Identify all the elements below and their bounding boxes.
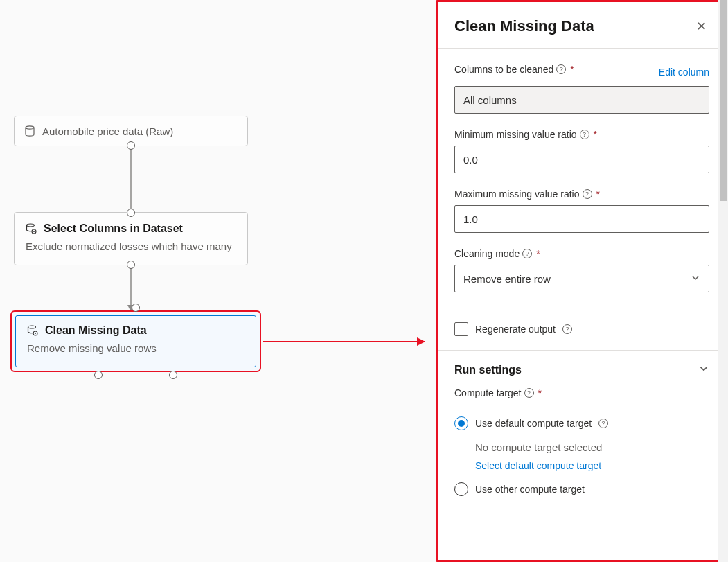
info-icon[interactable]: ?: [583, 189, 592, 199]
edit-column-link[interactable]: Edit column: [659, 67, 709, 78]
min-ratio-value: 0.0: [463, 154, 478, 166]
node-label: Automobile price data (Raw): [42, 125, 173, 137]
info-icon[interactable]: ?: [522, 249, 532, 258]
svg-point-4: [28, 326, 36, 328]
output-port[interactable]: [127, 141, 135, 150]
max-ratio-input[interactable]: 1.0: [454, 205, 709, 233]
cleaning-mode-value: Remove entire row: [463, 273, 551, 285]
run-settings-header[interactable]: Run settings: [438, 351, 726, 380]
required-indicator: *: [538, 387, 542, 398]
section-title: Run settings: [454, 364, 522, 376]
node-title-row: Clean Missing Data: [27, 324, 245, 337]
close-button[interactable]: ✕: [693, 18, 709, 35]
field-label: Minimum missing value ratio: [454, 129, 577, 140]
no-compute-text: No compute target selected: [475, 441, 602, 453]
chevron-down-icon: [698, 363, 709, 376]
gear-database-icon: [26, 223, 37, 234]
close-icon: ✕: [696, 19, 707, 34]
radio-button[interactable]: [454, 416, 468, 430]
columns-value: All columns: [463, 94, 517, 106]
info-icon[interactable]: ?: [580, 130, 589, 139]
columns-input[interactable]: All columns: [454, 86, 709, 114]
output-port[interactable]: [127, 261, 135, 269]
svg-point-6: [35, 333, 36, 334]
app-root: Automobile price data (Raw) Select Colum…: [0, 0, 728, 562]
node-automobile-data[interactable]: Automobile price data (Raw): [14, 116, 248, 146]
select-default-compute-link[interactable]: Select default compute target: [475, 458, 709, 475]
scrollbar-track[interactable]: [718, 0, 728, 562]
input-port[interactable]: [127, 209, 135, 217]
radio-other-compute[interactable]: Use other compute target: [454, 482, 709, 496]
compute-target-radio-group: Use default compute target ? No compute …: [438, 404, 726, 516]
scrollbar-thumb[interactable]: [720, 0, 727, 201]
field-cleaning-mode: Cleaning mode ? * Remove entire row: [454, 248, 709, 292]
cleaning-mode-select[interactable]: Remove entire row: [454, 265, 709, 292]
regenerate-checkbox[interactable]: [454, 322, 468, 336]
info-icon[interactable]: ?: [562, 324, 572, 334]
database-icon: [24, 125, 35, 137]
pipeline-canvas[interactable]: Automobile price data (Raw) Select Colum…: [0, 0, 436, 562]
properties-panel: Clean Missing Data ✕ Columns to be clean…: [436, 0, 728, 562]
info-icon[interactable]: ?: [524, 388, 534, 398]
node-clean-missing-data[interactable]: Clean Missing Data Remove missing value …: [10, 310, 261, 372]
panel-title: Clean Missing Data: [454, 17, 594, 35]
panel-body: Columns to be cleaned ? * Edit column Al…: [438, 49, 726, 308]
min-ratio-input[interactable]: 0.0: [454, 146, 709, 173]
required-indicator: *: [536, 248, 540, 259]
input-port[interactable]: [132, 304, 140, 312]
required-indicator: *: [594, 129, 597, 140]
field-max-ratio: Maximum missing value ratio ? * 1.0: [454, 188, 709, 233]
svg-point-0: [26, 126, 34, 129]
node-inner: Clean Missing Data Remove missing value …: [15, 315, 256, 367]
node-title: Select Columns in Dataset: [44, 222, 183, 235]
annotation-arrow-head: [417, 337, 425, 346]
info-icon[interactable]: ?: [556, 64, 566, 74]
radio-default-sub: No compute target selected Select defaul…: [475, 439, 709, 474]
max-ratio-value: 1.0: [463, 213, 478, 225]
radio-default-compute[interactable]: Use default compute target ?: [454, 416, 709, 430]
vertical-scrollbar[interactable]: [718, 0, 728, 562]
required-indicator: *: [570, 64, 574, 75]
output-port-2[interactable]: [169, 371, 177, 379]
node-select-columns[interactable]: Select Columns in Dataset Exclude normal…: [14, 212, 248, 265]
node-title: Clean Missing Data: [45, 324, 147, 337]
field-label: Compute target: [454, 387, 522, 398]
panel-header: Clean Missing Data ✕: [438, 2, 726, 48]
edge-layer: [0, 0, 429, 562]
field-min-ratio: Minimum missing value ratio ? * 0.0: [454, 129, 709, 173]
svg-point-1: [27, 224, 35, 227]
node-desc: Remove missing value rows: [27, 342, 245, 354]
regenerate-output-row[interactable]: Regenerate output ?: [438, 308, 726, 350]
chevron-down-icon: [691, 273, 700, 285]
field-label: Maximum missing value ratio: [454, 188, 580, 200]
required-indicator: *: [596, 188, 600, 200]
radio-button[interactable]: [454, 482, 468, 496]
regenerate-label: Regenerate output: [475, 324, 556, 335]
info-icon[interactable]: ?: [598, 419, 608, 428]
radio-label: Use default compute target: [475, 418, 592, 429]
gear-database-icon: [27, 325, 38, 336]
field-label: Columns to be cleaned: [454, 64, 553, 75]
field-label: Cleaning mode: [454, 248, 520, 259]
field-columns-to-clean: Columns to be cleaned ? * Edit column Al…: [454, 64, 709, 114]
node-title-row: Select Columns in Dataset: [26, 222, 236, 235]
output-port-1[interactable]: [94, 371, 103, 379]
node-desc: Exclude normalized losses which have man…: [26, 240, 236, 252]
radio-label: Use other compute target: [475, 484, 585, 495]
compute-target-block: Compute target ? *: [438, 380, 726, 404]
svg-point-3: [33, 231, 35, 232]
